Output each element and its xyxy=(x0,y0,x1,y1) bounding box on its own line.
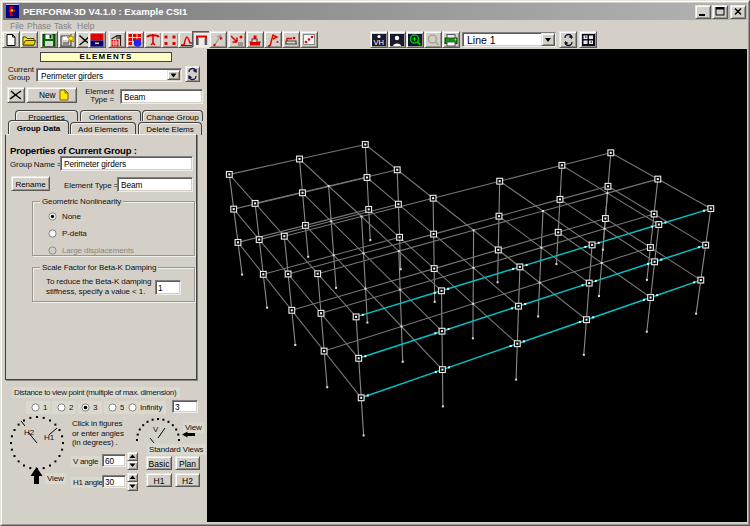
svg-text:VH: VH xyxy=(374,38,384,47)
